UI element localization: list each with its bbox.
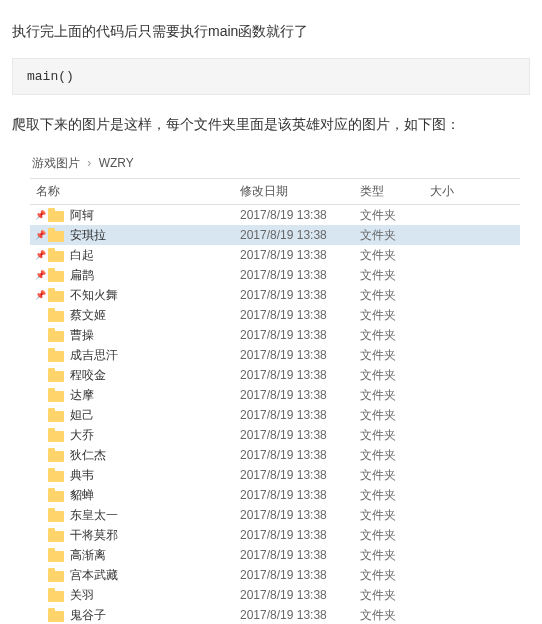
date-cell: 2017/8/19 13:38 bbox=[240, 445, 360, 465]
folder-icon bbox=[48, 288, 64, 302]
table-row[interactable]: 📌阿轲2017/8/19 13:38文件夹 bbox=[30, 205, 520, 225]
date-cell: 2017/8/19 13:38 bbox=[240, 245, 360, 265]
folder-icon bbox=[48, 308, 64, 322]
folder-name: 高渐离 bbox=[70, 545, 106, 565]
chevron-right-icon: › bbox=[87, 156, 91, 170]
folder-icon bbox=[48, 328, 64, 342]
table-row[interactable]: 📌安琪拉2017/8/19 13:38文件夹 bbox=[30, 225, 520, 245]
breadcrumb-parent[interactable]: 游戏图片 bbox=[32, 156, 80, 170]
pin-icon: 📌 bbox=[34, 285, 46, 305]
folder-name: 程咬金 bbox=[70, 365, 106, 385]
folder-icon bbox=[48, 408, 64, 422]
table-row[interactable]: 曹操2017/8/19 13:38文件夹 bbox=[30, 325, 520, 345]
folder-icon bbox=[48, 608, 64, 622]
folder-name: 成吉思汗 bbox=[70, 345, 118, 365]
name-cell: 典韦 bbox=[30, 465, 240, 485]
table-row[interactable]: 📌扁鹊2017/8/19 13:38文件夹 bbox=[30, 265, 520, 285]
pin-icon: 📌 bbox=[34, 265, 46, 285]
table-row[interactable]: 大乔2017/8/19 13:38文件夹 bbox=[30, 425, 520, 445]
date-cell: 2017/8/19 13:38 bbox=[240, 365, 360, 385]
table-row[interactable]: 鬼谷子2017/8/19 13:38文件夹 bbox=[30, 605, 520, 624]
table-row[interactable]: 干将莫邪2017/8/19 13:38文件夹 bbox=[30, 525, 520, 545]
table-row[interactable]: 蔡文姬2017/8/19 13:38文件夹 bbox=[30, 305, 520, 325]
folder-name: 妲己 bbox=[70, 405, 94, 425]
table-row[interactable]: 📌不知火舞2017/8/19 13:38文件夹 bbox=[30, 285, 520, 305]
type-cell: 文件夹 bbox=[360, 525, 430, 545]
col-header-size[interactable]: 大小 bbox=[430, 183, 490, 200]
table-row[interactable]: 关羽2017/8/19 13:38文件夹 bbox=[30, 585, 520, 605]
table-row[interactable]: 📌白起2017/8/19 13:38文件夹 bbox=[30, 245, 520, 265]
folder-icon bbox=[48, 448, 64, 462]
type-cell: 文件夹 bbox=[360, 265, 430, 285]
breadcrumb[interactable]: 游戏图片 › WZRY bbox=[30, 151, 520, 178]
type-cell: 文件夹 bbox=[360, 405, 430, 425]
type-cell: 文件夹 bbox=[360, 425, 430, 445]
table-row[interactable]: 典韦2017/8/19 13:38文件夹 bbox=[30, 465, 520, 485]
name-cell: 程咬金 bbox=[30, 365, 240, 385]
name-cell: 📌阿轲 bbox=[30, 205, 240, 225]
type-cell: 文件夹 bbox=[360, 605, 430, 624]
table-row[interactable]: 达摩2017/8/19 13:38文件夹 bbox=[30, 385, 520, 405]
table-row[interactable]: 狄仁杰2017/8/19 13:38文件夹 bbox=[30, 445, 520, 465]
name-cell: 📌不知火舞 bbox=[30, 285, 240, 305]
date-cell: 2017/8/19 13:38 bbox=[240, 565, 360, 585]
table-row[interactable]: 妲己2017/8/19 13:38文件夹 bbox=[30, 405, 520, 425]
folder-name: 达摩 bbox=[70, 385, 94, 405]
folder-icon bbox=[48, 428, 64, 442]
breadcrumb-current[interactable]: WZRY bbox=[99, 156, 134, 170]
name-cell: 关羽 bbox=[30, 585, 240, 605]
type-cell: 文件夹 bbox=[360, 345, 430, 365]
folder-icon bbox=[48, 588, 64, 602]
type-cell: 文件夹 bbox=[360, 245, 430, 265]
date-cell: 2017/8/19 13:38 bbox=[240, 545, 360, 565]
date-cell: 2017/8/19 13:38 bbox=[240, 405, 360, 425]
folder-name: 貂蝉 bbox=[70, 485, 94, 505]
folder-name: 蔡文姬 bbox=[70, 305, 106, 325]
col-header-name[interactable]: 名称 bbox=[30, 183, 240, 200]
name-cell: 狄仁杰 bbox=[30, 445, 240, 465]
type-cell: 文件夹 bbox=[360, 385, 430, 405]
type-cell: 文件夹 bbox=[360, 225, 430, 245]
folder-icon bbox=[48, 228, 64, 242]
table-row[interactable]: 东皇太一2017/8/19 13:38文件夹 bbox=[30, 505, 520, 525]
col-header-date[interactable]: 修改日期 bbox=[240, 183, 360, 200]
date-cell: 2017/8/19 13:38 bbox=[240, 505, 360, 525]
folder-name: 典韦 bbox=[70, 465, 94, 485]
name-cell: 📌扁鹊 bbox=[30, 265, 240, 285]
folder-name: 白起 bbox=[70, 245, 94, 265]
table-header: 名称 修改日期 类型 大小 bbox=[30, 178, 520, 205]
table-row[interactable]: 宫本武藏2017/8/19 13:38文件夹 bbox=[30, 565, 520, 585]
date-cell: 2017/8/19 13:38 bbox=[240, 585, 360, 605]
folder-icon bbox=[48, 548, 64, 562]
table-row[interactable]: 高渐离2017/8/19 13:38文件夹 bbox=[30, 545, 520, 565]
folder-name: 曹操 bbox=[70, 325, 94, 345]
folder-icon bbox=[48, 268, 64, 282]
name-cell: 成吉思汗 bbox=[30, 345, 240, 365]
folder-icon bbox=[48, 208, 64, 222]
date-cell: 2017/8/19 13:38 bbox=[240, 605, 360, 624]
date-cell: 2017/8/19 13:38 bbox=[240, 525, 360, 545]
folder-icon bbox=[48, 528, 64, 542]
folder-name: 不知火舞 bbox=[70, 285, 118, 305]
table-row[interactable]: 成吉思汗2017/8/19 13:38文件夹 bbox=[30, 345, 520, 365]
pin-icon: 📌 bbox=[34, 205, 46, 225]
name-cell: 曹操 bbox=[30, 325, 240, 345]
date-cell: 2017/8/19 13:38 bbox=[240, 325, 360, 345]
folder-name: 阿轲 bbox=[70, 205, 94, 225]
table-row[interactable]: 貂蝉2017/8/19 13:38文件夹 bbox=[30, 485, 520, 505]
table-row[interactable]: 程咬金2017/8/19 13:38文件夹 bbox=[30, 365, 520, 385]
date-cell: 2017/8/19 13:38 bbox=[240, 265, 360, 285]
folder-icon bbox=[48, 568, 64, 582]
date-cell: 2017/8/19 13:38 bbox=[240, 345, 360, 365]
name-cell: 大乔 bbox=[30, 425, 240, 445]
type-cell: 文件夹 bbox=[360, 305, 430, 325]
type-cell: 文件夹 bbox=[360, 285, 430, 305]
date-cell: 2017/8/19 13:38 bbox=[240, 205, 360, 225]
type-cell: 文件夹 bbox=[360, 465, 430, 485]
date-cell: 2017/8/19 13:38 bbox=[240, 425, 360, 445]
name-cell: 蔡文姬 bbox=[30, 305, 240, 325]
folder-name: 东皇太一 bbox=[70, 505, 118, 525]
col-header-type[interactable]: 类型 bbox=[360, 183, 430, 200]
type-cell: 文件夹 bbox=[360, 445, 430, 465]
type-cell: 文件夹 bbox=[360, 565, 430, 585]
